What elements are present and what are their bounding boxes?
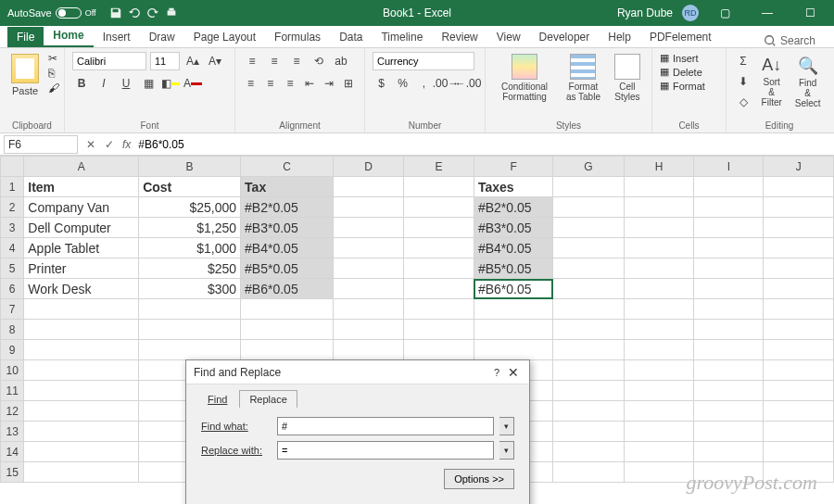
- cell[interactable]: [624, 218, 694, 238]
- cell[interactable]: [624, 258, 694, 279]
- col-header[interactable]: E: [404, 157, 474, 177]
- row-header[interactable]: 11: [1, 381, 24, 401]
- align-left-icon[interactable]: ≡: [243, 74, 259, 93]
- quickprint-icon[interactable]: [165, 6, 178, 19]
- row-header[interactable]: 15: [1, 462, 24, 483]
- cell[interactable]: [764, 218, 834, 238]
- wrap-text-icon[interactable]: ab: [332, 52, 350, 70]
- cell[interactable]: $250: [139, 258, 241, 279]
- delete-cells-button[interactable]: ▦Delete: [660, 66, 718, 78]
- format-as-table-button[interactable]: Format as Table: [560, 52, 607, 104]
- fill-icon[interactable]: ⬇: [734, 72, 752, 91]
- percent-icon[interactable]: %: [394, 74, 411, 93]
- cell[interactable]: [553, 218, 624, 238]
- italic-button[interactable]: I: [95, 74, 113, 93]
- select-all-corner[interactable]: [1, 157, 24, 177]
- cell[interactable]: Dell Computer: [24, 218, 139, 238]
- cell[interactable]: [764, 238, 834, 258]
- cell[interactable]: Tax: [241, 177, 334, 197]
- cell[interactable]: [553, 238, 624, 258]
- increase-font-icon[interactable]: A▴: [183, 52, 202, 70]
- cell[interactable]: Printer: [24, 258, 139, 279]
- col-header[interactable]: I: [694, 157, 764, 177]
- cell[interactable]: [694, 279, 764, 299]
- tab-pdfelement[interactable]: PDFelement: [640, 27, 721, 47]
- cell[interactable]: [764, 197, 834, 218]
- save-icon[interactable]: [109, 6, 122, 19]
- col-header[interactable]: G: [553, 157, 624, 177]
- decrease-font-icon[interactable]: A▾: [206, 52, 224, 70]
- cell[interactable]: [694, 238, 764, 258]
- number-format-select[interactable]: [373, 52, 474, 70]
- name-box[interactable]: F6: [4, 135, 78, 154]
- currency-icon[interactable]: $: [373, 74, 390, 93]
- cell[interactable]: $300: [139, 279, 241, 299]
- decrease-decimal-icon[interactable]: ←.00: [459, 74, 477, 93]
- tab-formulas[interactable]: Formulas: [265, 27, 330, 47]
- orientation-icon[interactable]: ⟲: [310, 52, 328, 70]
- row-header[interactable]: 6: [1, 279, 24, 299]
- cell[interactable]: #B3*0.05: [241, 218, 334, 238]
- cell[interactable]: #B3*0.05: [474, 218, 552, 238]
- col-header[interactable]: A: [24, 157, 139, 177]
- cell-styles-button[interactable]: Cell Styles: [611, 52, 644, 104]
- paste-button[interactable]: Paste: [7, 52, 43, 98]
- autosum-icon[interactable]: Σ: [734, 52, 752, 70]
- conditional-formatting-button[interactable]: Conditional Formatting: [493, 52, 556, 104]
- align-middle-icon[interactable]: ≡: [265, 52, 284, 70]
- col-header[interactable]: J: [764, 157, 834, 177]
- cell[interactable]: [553, 279, 624, 299]
- cell[interactable]: #B5*0.05: [474, 258, 552, 279]
- cell[interactable]: [553, 177, 624, 197]
- cell[interactable]: [764, 279, 834, 299]
- cell[interactable]: [694, 218, 764, 238]
- row-header[interactable]: 10: [1, 360, 24, 381]
- find-history-dropdown-icon[interactable]: ▾: [499, 417, 514, 435]
- col-header[interactable]: D: [334, 157, 404, 177]
- cell[interactable]: #B2*0.05: [474, 197, 552, 218]
- cell[interactable]: [553, 197, 624, 218]
- cell[interactable]: #B4*0.05: [241, 238, 334, 258]
- increase-decimal-icon[interactable]: .00→: [436, 74, 455, 93]
- search-box[interactable]: Search: [764, 34, 834, 47]
- tab-timeline[interactable]: Timeline: [372, 27, 432, 47]
- tab-find[interactable]: Find: [197, 390, 237, 408]
- tab-help[interactable]: Help: [599, 27, 640, 47]
- replace-history-dropdown-icon[interactable]: ▾: [499, 441, 514, 460]
- align-bottom-icon[interactable]: ≡: [287, 52, 306, 70]
- format-painter-icon[interactable]: 🖌: [48, 82, 59, 94]
- tab-page-layout[interactable]: Page Layout: [184, 27, 265, 47]
- cell[interactable]: [764, 258, 834, 279]
- cell[interactable]: #B5*0.05: [241, 258, 334, 279]
- cell[interactable]: Item: [24, 177, 139, 197]
- cell[interactable]: [764, 177, 834, 197]
- cell-active[interactable]: #B6*0.05: [474, 279, 552, 299]
- replace-with-input[interactable]: [277, 441, 494, 460]
- col-header[interactable]: C: [241, 157, 334, 177]
- undo-icon[interactable]: [128, 6, 141, 19]
- cell[interactable]: Taxes: [474, 177, 552, 197]
- cell[interactable]: #B2*0.05: [241, 197, 334, 218]
- font-name-select[interactable]: [72, 52, 146, 70]
- row-header[interactable]: 7: [1, 299, 24, 320]
- row-header[interactable]: 13: [1, 422, 24, 442]
- copy-icon[interactable]: ⎘: [48, 67, 59, 80]
- cell[interactable]: Apple Tablet: [24, 238, 139, 258]
- sort-filter-button[interactable]: A↓ Sort & Filter: [756, 54, 787, 109]
- find-select-button[interactable]: 🔍 Find & Select: [790, 54, 825, 110]
- fx-icon[interactable]: fx: [119, 138, 134, 151]
- cell[interactable]: $1,000: [139, 238, 241, 258]
- options-button[interactable]: Options >>: [444, 469, 514, 489]
- merge-icon[interactable]: ⊞: [341, 74, 357, 93]
- user-name[interactable]: Ryan Dube: [617, 6, 673, 19]
- cell[interactable]: [404, 177, 474, 197]
- autosave-toggle[interactable]: AutoSave Off: [7, 7, 96, 19]
- clear-icon[interactable]: ◇: [734, 93, 752, 111]
- align-right-icon[interactable]: ≡: [282, 74, 297, 93]
- cell[interactable]: [404, 218, 474, 238]
- minimize-icon[interactable]: —: [751, 0, 784, 26]
- cell[interactable]: #B6*0.05: [241, 279, 334, 299]
- cell[interactable]: [404, 258, 474, 279]
- row-header[interactable]: 3: [1, 218, 24, 238]
- fill-color-icon[interactable]: ◧: [161, 74, 180, 93]
